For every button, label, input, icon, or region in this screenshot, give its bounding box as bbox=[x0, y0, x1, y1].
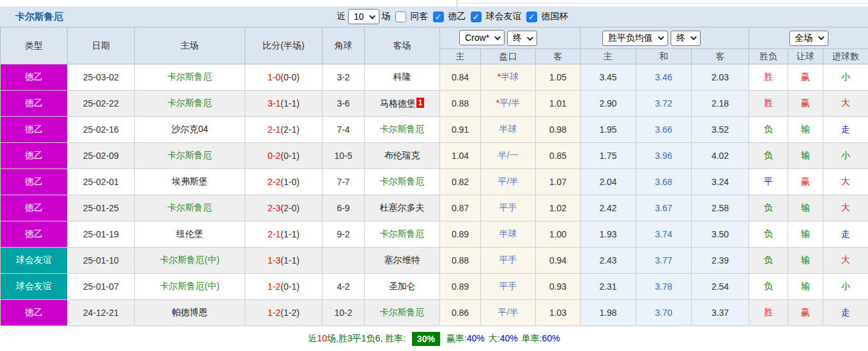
result-goals: 走 bbox=[823, 117, 868, 143]
halftime-score: (1-1) bbox=[280, 98, 300, 108]
col-header-home: 主场 bbox=[135, 27, 245, 64]
result-win: 负 bbox=[749, 221, 788, 248]
match-score: 1-3(1-1) bbox=[245, 248, 323, 274]
handicap-cell: 半球 bbox=[481, 117, 536, 143]
fulltime-score: 1-0 bbox=[268, 72, 280, 82]
handicap-line: 平手 bbox=[499, 255, 517, 265]
result-handicap: 赢 bbox=[788, 64, 823, 91]
fulltime-score: 3-1 bbox=[268, 98, 280, 108]
away-team-cell: 塞尔维特 bbox=[365, 248, 440, 274]
fulltime-score: 2-1 bbox=[268, 124, 280, 135]
handicap-cell: 平/半 bbox=[481, 169, 536, 195]
odds-group-crow: Crow* 终 bbox=[440, 27, 581, 49]
corners: 7-7 bbox=[323, 169, 365, 195]
away-team-cell: 布伦瑞克 bbox=[365, 143, 440, 169]
match-type: 德乙 bbox=[1, 64, 68, 91]
avg-away-odds: 4.02 bbox=[692, 143, 749, 169]
handicap-cell: *半球 bbox=[481, 64, 536, 91]
away-team: 卡尔斯鲁厄 bbox=[380, 228, 425, 239]
away-team: 圣加仑 bbox=[389, 281, 416, 291]
league-friendly-label: 球会友谊 bbox=[486, 11, 522, 22]
page-title: 卡尔斯鲁厄 bbox=[15, 11, 63, 23]
col-header-date: 日期 bbox=[68, 27, 135, 64]
avg-draw-odds: 3.66 bbox=[636, 117, 692, 143]
away-team-cell: 卡尔斯鲁厄 bbox=[365, 169, 440, 195]
avg-home-odds: 1.95 bbox=[581, 117, 636, 143]
result-handicap: 赢 bbox=[788, 91, 823, 117]
match-date: 25-01-25 bbox=[68, 195, 135, 221]
average-time-select[interactable]: 终 bbox=[671, 31, 701, 46]
result-win: 胜 bbox=[749, 300, 788, 326]
result-handicap: 输 bbox=[788, 274, 823, 300]
result-win: 胜 bbox=[749, 64, 788, 91]
handicap-cell: 平手 bbox=[481, 195, 536, 221]
handicap-cell: 平/半 bbox=[481, 300, 536, 326]
avg-home-odds: 1.98 bbox=[581, 300, 636, 326]
fulltime-score: 2-1 bbox=[268, 229, 280, 239]
recent-count-value: 10 bbox=[354, 11, 364, 22]
halftime-score: (2-0) bbox=[280, 203, 300, 213]
away-team-cell: 杜塞尔多夫 bbox=[365, 195, 440, 221]
summary-text: 近10场,胜3平1负6, 胜率: bbox=[308, 333, 406, 345]
league-cup-label: 德国杯 bbox=[542, 11, 568, 22]
handicap-line: 平/半 bbox=[499, 98, 520, 108]
match-date: 25-01-07 bbox=[68, 274, 135, 300]
match-type: 德乙 bbox=[1, 169, 68, 195]
result-handicap: 输 bbox=[788, 195, 823, 221]
handicap-line: 半球 bbox=[499, 124, 517, 134]
away-team: 科隆 bbox=[393, 71, 411, 82]
table-row: 球会友谊 25-01-07 卡尔斯鲁厄(中) 1-2(0-1) 4-2 圣加仑 … bbox=[1, 274, 868, 300]
subcol-handicap: 盘口 bbox=[481, 49, 536, 64]
avg-away-odds: 2.03 bbox=[692, 64, 749, 91]
odds-home: 0.86 bbox=[440, 300, 481, 326]
fulltime-score: 0-2 bbox=[268, 151, 280, 161]
handicap-line: 平手 bbox=[499, 202, 517, 213]
match-date: 25-03-02 bbox=[68, 64, 135, 91]
avg-draw-odds: 3.46 bbox=[636, 64, 692, 91]
period-select[interactable]: 全场 bbox=[789, 31, 828, 46]
league-cup-checkbox[interactable]: ✓ bbox=[526, 11, 537, 22]
odds-time-select[interactable]: 终 bbox=[507, 31, 537, 46]
chevron-down-icon bbox=[818, 34, 825, 40]
corners bbox=[323, 248, 365, 274]
fulltime-score: 2-2 bbox=[268, 177, 280, 187]
same-venue-checkbox[interactable]: ✓ bbox=[395, 11, 406, 22]
corners: 6-9 bbox=[323, 195, 365, 221]
chevron-down-icon bbox=[690, 34, 697, 40]
avg-away-odds: 3.24 bbox=[692, 169, 749, 195]
away-team: 杜塞尔多夫 bbox=[380, 202, 425, 213]
result-goals: 大 bbox=[823, 195, 868, 221]
subcol-avg-home: 主 bbox=[581, 49, 636, 64]
away-team-cell: 科隆 bbox=[365, 64, 440, 91]
same-venue-label: 同客 bbox=[411, 11, 429, 22]
table-row: 德乙 25-01-19 纽伦堡 2-1(1-1) 9-2 卡尔斯鲁厄 0.89 … bbox=[1, 221, 868, 248]
average-time-select-value: 终 bbox=[676, 33, 685, 44]
match-score: 1-2(0-1) bbox=[245, 274, 323, 300]
league-friendly-checkbox[interactable]: ✓ bbox=[471, 11, 482, 22]
match-score: 2-1(1-1) bbox=[245, 221, 323, 248]
home-team: 纽伦堡 bbox=[135, 221, 245, 248]
average-odds-select[interactable]: 胜平负均值 bbox=[602, 31, 668, 46]
handicap-cell: 平手 bbox=[481, 248, 536, 274]
avg-home-odds: 2.04 bbox=[581, 169, 636, 195]
match-date: 25-01-10 bbox=[68, 248, 135, 274]
result-goals: 大 bbox=[823, 248, 868, 274]
subcol-crow-home: 主 bbox=[440, 49, 481, 64]
subcol-avg-away: 客 bbox=[692, 49, 749, 64]
away-team-cell: 卡尔斯鲁厄 bbox=[365, 117, 440, 143]
result-win: 负 bbox=[749, 143, 788, 169]
avg-home-odds: 2.43 bbox=[581, 248, 636, 274]
recent-count-select[interactable]: 10 bbox=[348, 9, 379, 24]
result-goals: 大 bbox=[823, 91, 868, 117]
odds-away: 0.93 bbox=[536, 274, 581, 300]
bookmaker-select[interactable]: Crow* bbox=[459, 30, 505, 45]
table-row: 德乙 25-01-25 卡尔斯鲁厄 2-3(2-0) 6-9 杜塞尔多夫 0.8… bbox=[1, 195, 868, 221]
match-score: 2-2(1-0) bbox=[245, 169, 323, 195]
match-date: 25-02-01 bbox=[68, 169, 135, 195]
odds-away: 1.02 bbox=[536, 195, 581, 221]
corners: 3-2 bbox=[323, 64, 365, 91]
odds-away: 0.98 bbox=[536, 117, 581, 143]
chevron-down-icon bbox=[494, 34, 501, 40]
result-win: 负 bbox=[749, 248, 788, 274]
league-de2-checkbox[interactable]: ✓ bbox=[433, 11, 444, 22]
